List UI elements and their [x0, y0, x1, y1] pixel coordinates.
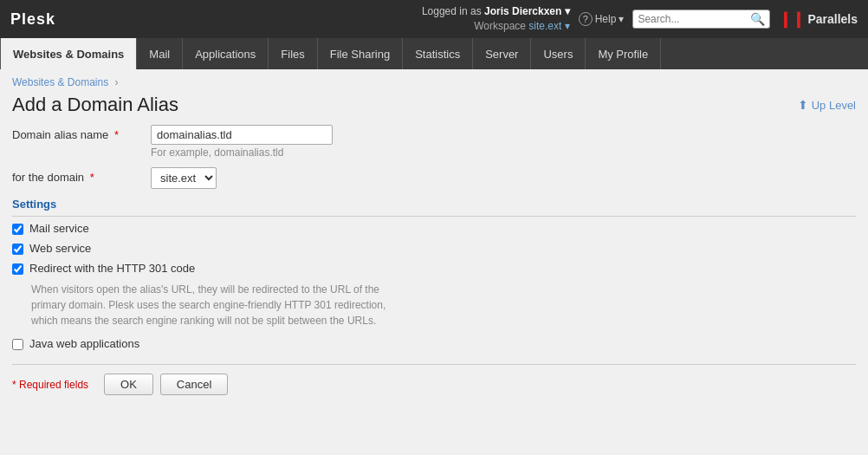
- topbar: Plesk Logged in as Joris Dierckxen ▾ Wor…: [0, 0, 868, 38]
- parallels-logo: ❙❙ Parallels: [779, 10, 858, 29]
- form-footer: * Required fields OK Cancel: [12, 374, 856, 407]
- ok-button[interactable]: OK: [104, 374, 153, 395]
- workspace-value[interactable]: site.ext ▾: [528, 20, 569, 32]
- java-web-label[interactable]: Java web applications: [29, 337, 139, 350]
- mail-service-label[interactable]: Mail service: [29, 222, 89, 235]
- help-icon: ?: [579, 12, 593, 26]
- domain-alias-label: Domain alias name *: [12, 125, 151, 141]
- page-header: Add a Domain Alias ⬆ Up Level: [0, 92, 868, 125]
- cancel-button[interactable]: Cancel: [160, 374, 228, 395]
- redirect-description: When visitors open the alias's URL, they…: [31, 282, 395, 328]
- redirect-checkbox-row: Redirect with the HTTP 301 code: [12, 262, 856, 275]
- tab-mail[interactable]: Mail: [137, 38, 183, 69]
- plesk-logo: Plesk: [10, 10, 55, 29]
- tab-users[interactable]: Users: [531, 38, 586, 69]
- breadcrumb-separator: ›: [115, 76, 119, 88]
- tab-applications[interactable]: Applications: [183, 38, 269, 69]
- java-web-checkbox[interactable]: [12, 339, 23, 350]
- domain-alias-row: Domain alias name * For example, domaina…: [12, 125, 856, 159]
- workspace-line: Workspace site.ext ▾: [422, 19, 570, 34]
- up-level-icon: ⬆: [798, 98, 808, 112]
- form-content: Domain alias name * For example, domaina…: [0, 125, 868, 407]
- logged-in-line: Logged in as Joris Dierckxen ▾: [422, 4, 570, 19]
- tab-files[interactable]: Files: [269, 38, 317, 69]
- domain-alias-hint: For example, domainalias.tld: [151, 146, 856, 159]
- redirect-label[interactable]: Redirect with the HTTP 301 code: [29, 262, 195, 275]
- search-button[interactable]: 🔍: [750, 12, 765, 26]
- breadcrumb: Websites & Domains ›: [0, 69, 868, 92]
- help-arrow: ▾: [619, 13, 624, 25]
- required-star: *: [111, 128, 119, 141]
- tab-server[interactable]: Server: [473, 38, 531, 69]
- user-info: Logged in as Joris Dierckxen ▾ Workspace…: [422, 4, 570, 34]
- up-level-link[interactable]: ⬆ Up Level: [798, 98, 856, 112]
- java-web-row: Java web applications: [12, 337, 856, 350]
- web-service-label[interactable]: Web service: [29, 242, 91, 255]
- redirect-checkbox[interactable]: [12, 263, 23, 275]
- mail-service-row: Mail service: [12, 222, 856, 235]
- footer-divider: [12, 364, 856, 365]
- help-button[interactable]: ? Help ▾: [579, 12, 625, 26]
- content-card: Websites & Domains › Add a Domain Alias …: [0, 69, 868, 407]
- for-domain-row: for the domain * site.ext: [12, 167, 856, 189]
- help-label: Help: [595, 13, 617, 25]
- web-service-checkbox[interactable]: [12, 244, 23, 255]
- settings-divider: [12, 216, 856, 217]
- parallels-bars-icon: ❙❙: [779, 10, 805, 29]
- search-input[interactable]: [638, 13, 750, 25]
- parallels-label: Parallels: [807, 12, 858, 26]
- nav-tabs: Websites & Domains Mail Applications Fil…: [0, 38, 868, 69]
- username[interactable]: Joris Dierckxen ▾: [484, 5, 570, 17]
- topbar-left: Plesk: [10, 10, 73, 29]
- logged-in-label: Logged in as: [422, 5, 482, 17]
- settings-heading: Settings: [12, 198, 856, 211]
- required-star-2: *: [87, 171, 94, 184]
- search-box: 🔍: [632, 10, 770, 29]
- tab-websites-domains[interactable]: Websites & Domains: [0, 38, 137, 69]
- tab-statistics[interactable]: Statistics: [403, 38, 473, 69]
- topbar-right: Logged in as Joris Dierckxen ▾ Workspace…: [422, 4, 858, 34]
- mail-service-checkbox[interactable]: [12, 224, 23, 235]
- workspace-label: Workspace: [474, 20, 526, 32]
- up-level-label: Up Level: [812, 99, 856, 112]
- web-service-row: Web service: [12, 242, 856, 255]
- domain-alias-input[interactable]: [151, 125, 333, 145]
- redirect-row: Redirect with the HTTP 301 code When vis…: [12, 262, 856, 328]
- breadcrumb-parent-link[interactable]: Websites & Domains: [12, 76, 108, 88]
- for-domain-control: site.ext: [151, 167, 856, 189]
- tab-my-profile[interactable]: My Profile: [586, 38, 661, 69]
- domain-alias-control: For example, domainalias.tld: [151, 125, 856, 159]
- page-title: Add a Domain Alias: [12, 94, 178, 116]
- tab-file-sharing[interactable]: File Sharing: [318, 38, 403, 69]
- for-domain-select[interactable]: site.ext: [151, 167, 217, 189]
- for-domain-label: for the domain *: [12, 167, 151, 184]
- required-note: * Required fields: [12, 379, 88, 391]
